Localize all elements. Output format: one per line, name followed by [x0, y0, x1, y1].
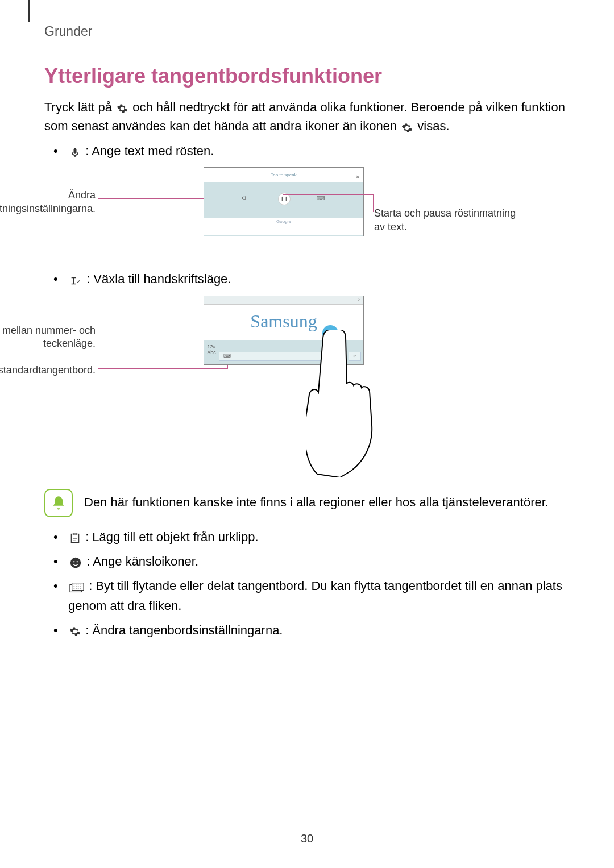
- page-header: Grunder: [44, 24, 570, 39]
- bullet-voice-text: : Ange text med rösten.: [85, 144, 214, 158]
- bullet-voice: : Ange text med rösten.: [44, 142, 570, 161]
- smiley-icon: [69, 553, 82, 572]
- bullet-clipboard-text: : Lägg till ett objekt från urklipp.: [85, 530, 259, 544]
- page-number: 30: [0, 832, 614, 845]
- intro-text-3: visas.: [417, 119, 449, 133]
- gear-icon: [401, 118, 413, 136]
- page-content: Grunder Ytterligare tangentbordsfunktion…: [0, 0, 614, 641]
- note-box: Den här funktionen kanske inte finns i a…: [44, 489, 570, 517]
- intro-paragraph: Tryck lätt på och håll nedtryckt för att…: [44, 98, 570, 136]
- callout-line: [283, 194, 374, 212]
- bullet-handwriting: : Växla till handskriftsläge.: [44, 269, 570, 289]
- bullet-settings-text: : Ändra tangenbordsinställningarna.: [85, 623, 283, 637]
- callout-line: [98, 334, 212, 350]
- handwriting-icon: [69, 271, 82, 290]
- bullet-emoji-text: : Ange känsloikoner.: [86, 554, 198, 568]
- keyboard-icon: ⌨: [223, 353, 231, 359]
- callout-voice-settings: Ändra röstinmatningsinställningarna.: [0, 189, 96, 215]
- callout-standard-keyboard: Byt till standardtangentbord.: [0, 364, 96, 377]
- handwriting-sample-text: Samsung: [250, 311, 317, 331]
- handwriting-panel-tab: ›: [204, 296, 363, 304]
- microphone-icon: [69, 142, 81, 161]
- clipboard-icon: [69, 528, 81, 547]
- note-text: Den här funktionen kanske inte finns i a…: [84, 489, 549, 512]
- gear-icon: ⚙: [242, 195, 247, 201]
- callout-voice-start-pause: Starta och pausa röstinmatning av text.: [374, 207, 516, 234]
- mode-toggle-icon: 12#Abc: [206, 344, 217, 361]
- bullet-handwriting-text: : Växla till handskriftsläge.: [86, 272, 231, 286]
- voice-panel-header: Tap to speak ✕: [204, 168, 363, 182]
- callout-number-symbol-toggle: Växla mellan nummer- och teckenläge.: [0, 324, 96, 351]
- svg-point-7: [77, 561, 78, 562]
- hand-illustration: [306, 330, 391, 477]
- tap-to-speak-label: Tap to speak: [271, 172, 296, 177]
- chevron-right-icon: ›: [358, 296, 360, 302]
- floating-keyboard-icon: [69, 577, 84, 596]
- top-margin-line: [28, 0, 30, 22]
- bullet-emoji: : Ange känsloikoner.: [44, 552, 570, 572]
- figure-voice-input: Ändra röstinmatningsinställningarna. Tap…: [56, 167, 570, 264]
- svg-point-5: [70, 558, 81, 568]
- gear-icon: [117, 99, 128, 117]
- intro-text-1: Tryck lätt på: [44, 100, 115, 114]
- figure-handwriting: Växla mellan nummer- och teckenläge. Byt…: [56, 296, 570, 483]
- note-bell-icon: [44, 489, 73, 517]
- bullet-floating-keyboard: : Byt till flytande eller delat tangentb…: [44, 576, 570, 616]
- bullet-keyboard-settings: : Ändra tangenbordsinställningarna.: [44, 621, 570, 641]
- section-title: Ytterligare tangentbordsfunktioner: [44, 64, 570, 88]
- bullet-clipboard: : Lägg till ett objekt från urklipp.: [44, 528, 570, 547]
- gear-icon: [69, 621, 81, 641]
- voice-panel-footer: Google: [204, 218, 363, 235]
- bullet-floating-text: : Byt till flytande eller delat tangentb…: [68, 579, 562, 613]
- svg-point-6: [73, 561, 74, 562]
